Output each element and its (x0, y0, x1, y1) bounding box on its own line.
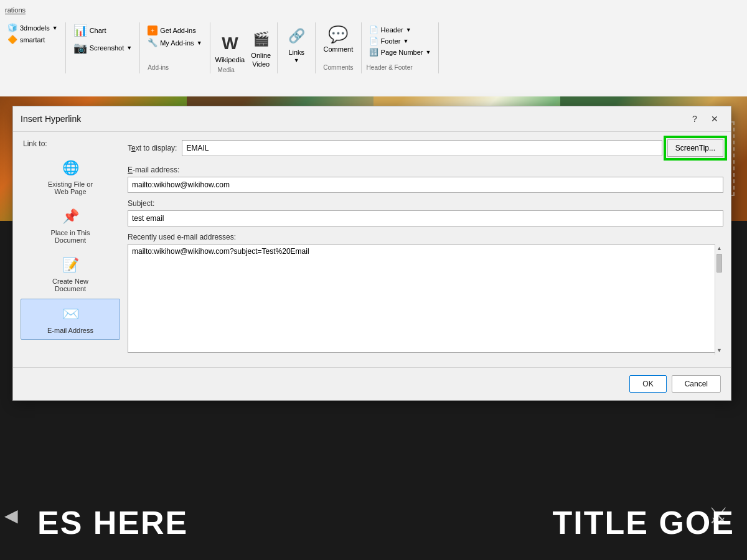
recently-used-textarea[interactable]: mailto:wikihow@wikihow.com?subject=Test%… (128, 244, 723, 353)
email-underline: E (128, 166, 133, 174)
subject-label: Subject: (128, 199, 723, 208)
text-to-display-underline: e (131, 144, 136, 152)
subject-underline: j (141, 199, 143, 208)
scroll-up-arrow[interactable]: ▲ (715, 244, 724, 253)
dialog-footer: OK Cancel (13, 367, 731, 400)
sidebar-item-email-label: E-mail Address (47, 327, 93, 334)
dialog-overlay: Insert Hyperlink ? ✕ Link to: 🌐 Existing… (0, 0, 747, 560)
scroll-thumb (716, 254, 722, 273)
insert-hyperlink-dialog: Insert Hyperlink ? ✕ Link to: 🌐 Existing… (12, 106, 731, 401)
dialog-body: Link to: 🌐 Existing File orWeb Page 📌 Pl… (13, 132, 731, 362)
sidebar-item-email-address[interactable]: ✉️ E-mail Address (21, 299, 120, 340)
email-address-group: E-mail address: (128, 166, 723, 193)
sidebar-item-create-label: Create NewDocument (52, 278, 88, 292)
place-in-doc-icon: 📌 (60, 207, 80, 226)
sidebar-item-place-label: Place in ThisDocument (51, 229, 90, 244)
subject-input[interactable] (128, 210, 723, 226)
dialog-close-btn[interactable]: ✕ (706, 111, 723, 126)
dialog-help-btn[interactable]: ? (686, 111, 703, 126)
email-address-label: E-mail address: (128, 166, 723, 174)
scroll-thumb-area (715, 253, 723, 346)
text-to-display-input[interactable] (182, 140, 662, 156)
screentip-btn[interactable]: ScreenTip... (667, 139, 723, 157)
text-to-display-row: Text to display: ScreenTip... (128, 139, 723, 157)
cancel-button[interactable]: Cancel (672, 375, 721, 393)
text-to-display-label: Text to display: (128, 144, 177, 152)
sidebar-item-existing-file-label: Existing File orWeb Page (48, 180, 93, 195)
dialog-title: Insert Hyperlink (21, 114, 81, 124)
recently-used-wrapper: mailto:wikihow@wikihow.com?subject=Test%… (128, 244, 723, 355)
dialog-sidebar: Link to: 🌐 Existing File orWeb Page 📌 Pl… (21, 139, 120, 355)
email-address-icon: ✉️ (60, 304, 80, 324)
subject-group: Subject: (128, 199, 723, 226)
sidebar-item-create-new[interactable]: 📝 Create NewDocument (21, 250, 120, 297)
email-address-input[interactable] (128, 177, 723, 193)
recently-used-label: Recently used e-mail addresses: (128, 233, 723, 241)
sidebar-item-place-in-doc[interactable]: 📌 Place in ThisDocument (21, 202, 120, 249)
existing-file-icon: 🌐 (60, 158, 80, 178)
dialog-form: Text to display: ScreenTip... E-mail add… (128, 139, 723, 355)
recently-used-scrollbar[interactable]: ▲ ▼ (715, 244, 723, 355)
ok-button[interactable]: OK (629, 375, 666, 393)
create-new-icon: 📝 (60, 255, 80, 275)
recently-used-group: Recently used e-mail addresses: mailto:w… (128, 233, 723, 355)
dialog-titlebar: Insert Hyperlink ? ✕ (13, 106, 731, 132)
link-to-label: Link to: (21, 139, 120, 148)
scroll-down-arrow[interactable]: ▼ (715, 346, 724, 355)
sidebar-item-existing-file[interactable]: 🌐 Existing File orWeb Page (21, 153, 120, 200)
dialog-controls: ? ✕ (686, 111, 723, 126)
